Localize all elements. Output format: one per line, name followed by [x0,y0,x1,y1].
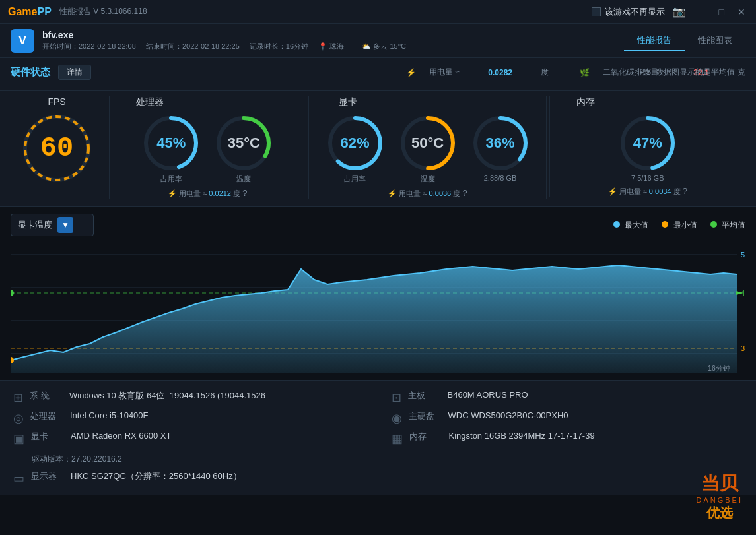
tab-performance-chart[interactable]: 性能图表 [685,30,745,51]
fps-label: FPS [48,96,65,107]
chart-dropdown-label: 显卡温度 [18,219,52,231]
monitor-label: 显示器 [31,470,64,482]
no-show-label[interactable]: 该游戏不再显示 [592,6,665,18]
tabs: 性能报告 性能图表 [624,30,745,51]
cpu-temp-ring: 35°C [214,113,273,173]
gpu-vram-ring: 36% [471,113,530,173]
weather: ⛅ 多云 15°C [362,42,414,50]
gpu-temp-gauge: 50°C 温度 [398,113,458,184]
cpu-hw-icon: ◎ [13,411,24,425]
game-icon: V [11,29,34,53]
cpu-power: ⚡ 用电量 ≈ 0.0212 度 ? [168,188,247,199]
ram-usage-label: 7.5/16 GB [631,174,664,182]
title-bar: GamePP 性能报告 V 5.3.1066.118 该游戏不再显示 📷 — □… [0,0,756,24]
fps-cpu-divider [106,96,106,199]
hw-title: 硬件状态 [11,66,50,79]
ram-usage-ring: 47% [618,113,677,173]
svg-text:16分钟: 16分钟 [708,364,730,372]
os-icon: ⊞ [13,391,23,405]
ram-title: 内存 [563,96,595,108]
legend-avg: 平均值 [710,220,745,231]
mb-label: 主板 [408,390,441,402]
sysinfo-row-hdd: ◉ 主硬盘 WDC WDS500G2B0C-00PXH0 [392,410,743,425]
header: V bfv.exe 开始时间：2022-02-18 22:08 结束时间：202… [0,24,756,58]
gpu-driver: 驱动版本：27.20.22016.2 [32,454,122,465]
ram-usage-gauge: 47% 7.5/16 GB [618,113,677,182]
duration: 记录时长：16分钟 [250,42,308,50]
fps-section: FPS 60 [11,96,103,185]
ram-hw-value: Kingston 16GB 2394MHz 17-17-17-39 [449,431,595,441]
game-name: bfv.exe [42,30,422,40]
fps-ring: 60 [20,112,93,185]
legend-avg-dot [710,221,717,228]
power-label: 用电量 ≈ [429,67,460,78]
chart-area: 54 49.66 37 16分钟 [11,241,745,373]
gpu-gauge-row: 62% 占用率 50°C 温度 [326,113,530,184]
gauges-row: FPS 60 处理器 45% 占用率 [0,91,756,207]
sysinfo: ⊞ 系 统 Windows 10 教育版 64位 19044.1526 (190… [0,380,756,495]
cpu-usage-gauge: 45% 占用率 [141,113,201,184]
sysinfo-empty [392,470,743,486]
close-button[interactable]: ✕ [735,7,748,17]
start-time: 开始时间：2022-02-18 22:08 [42,42,136,50]
gpu-power: ⚡ 用电量 ≈ 0.0036 度 ? [388,188,467,199]
ram-hw-icon: ▦ [392,431,403,446]
dropdown-arrow-icon[interactable]: ▼ [57,217,73,233]
ram-gauge-row: 47% 7.5/16 GB [618,113,677,182]
legend-max-dot [613,221,620,228]
ram-power: ⚡ 用电量 ≈ 0.0034 度 ? [608,186,687,197]
no-show-checkbox[interactable] [592,7,601,16]
game-meta: 开始时间：2022-02-18 22:08 结束时间：2022-02-18 22… [42,42,422,51]
sysinfo-row-cpu: ◎ 处理器 Intel Core i5-10400F [13,410,365,425]
sysinfo-row-monitor: ▭ 显示器 HKC SG27QC（分辨率：2560*1440 60Hz） [13,470,365,486]
monitor-icon: ▭ [13,471,24,486]
co2-icon: 🌿 [580,68,590,77]
gpu-usage-gauge: 62% 占用率 [326,113,385,184]
maximize-button[interactable]: □ [716,7,727,17]
cpu-gauge-row: 45% 占用率 35°C 温度 [141,113,273,184]
minimize-button[interactable]: — [694,7,708,17]
legend-max: 最大值 [613,220,648,231]
sysinfo-row-ram: ▦ 内存 Kingston 16GB 2394MHz 17-17-17-39 [392,431,743,465]
gpu-hw-value: AMD Radeon RX 6600 XT [71,431,171,446]
gpu-temp-ring: 50°C [398,113,458,173]
hw-section: 硬件状态 详情 ⚡ 用电量 ≈ 0.0282 度 🌿 二氧化碳排放量 ≈ 22.… [0,58,756,91]
detail-button[interactable]: 详情 [58,65,91,80]
legend-min: 最小值 [662,220,697,231]
chart-section: 显卡温度 ▼ 最大值 最小值 平均值 [0,207,756,380]
location: 📍 珠海 [318,42,352,50]
sysinfo-row-os: ⊞ 系 统 Windows 10 教育版 64位 19044.1526 (190… [13,390,365,405]
cpu-title: 处理器 [123,96,164,108]
hdd-icon: ◉ [392,411,402,425]
sysinfo-gpu-main: ▣ 显卡 AMD Radeon RX 6600 XT [13,431,171,446]
cpu-hw-label: 处理器 [30,410,63,422]
gpu-title: 显卡 [326,96,357,108]
svg-text:37: 37 [741,344,745,352]
cpu-hw-value: Intel Core i5-10400F [70,410,149,420]
camera-icon[interactable]: 📷 [673,5,686,18]
tab-performance-report[interactable]: 性能报告 [624,30,685,51]
cpu-temp-gauge: 35°C 温度 [214,113,273,184]
gpu-usage-ring: 62% [326,113,385,173]
game-info: bfv.exe 开始时间：2022-02-18 22:08 结束时间：2022-… [42,30,422,51]
gpu-usage-label: 占用率 [344,174,366,184]
gpu-temp-label: 温度 [421,174,435,184]
ram-hw-label: 内存 [409,431,442,443]
ram-section: 内存 47% 7.5/16 GB ⚡ 用电量 ≈ 0.0034 度 ? [549,96,746,197]
title-version: 性能报告 V 5.3.1066.118 [59,6,147,17]
legend-min-dot [662,221,668,228]
svg-point-22 [11,290,14,296]
svg-marker-20 [11,265,737,373]
cpu-section: 处理器 45% 占用率 35°C [109,96,306,199]
hdd-value: WDC WDS500G2B0C-00PXH0 [448,410,568,420]
gpu-section: 显卡 62% 占用率 50°C [312,96,543,199]
ps-note: P.S. 数据图显示的是平均值 [640,67,735,78]
mb-icon: ⊡ [392,391,401,405]
cpu-usage-label: 占用率 [160,174,182,184]
monitor-value: HKC SG27QC（分辨率：2560*1440 60Hz） [71,470,242,482]
chart-dropdown[interactable]: 显卡温度 ▼ [11,214,94,236]
cpu-temp-label: 温度 [236,174,251,184]
gpu-vram-label: 2.88/8 GB [484,174,517,182]
logo: GamePP [8,6,52,18]
gpu-vram-gauge: 36% 2.88/8 GB [471,113,530,184]
